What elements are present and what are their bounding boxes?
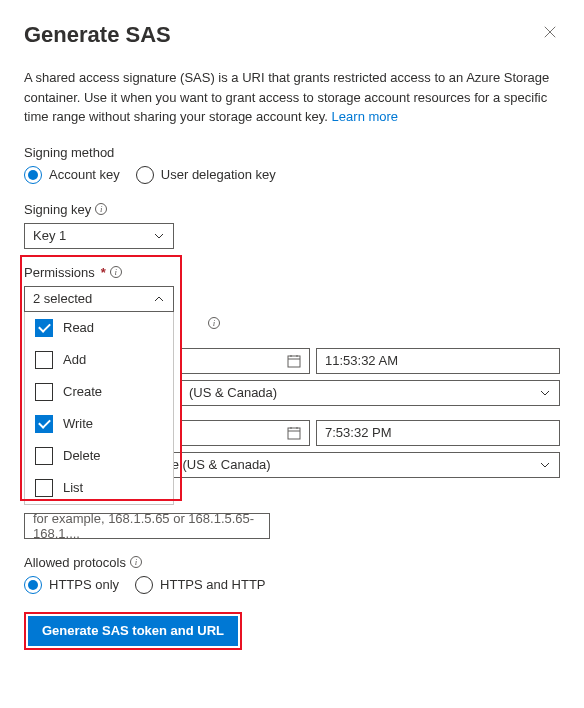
start-time-value: 11:53:32 AM <box>325 353 398 368</box>
permissions-value: 2 selected <box>33 291 92 306</box>
radio-icon <box>24 576 42 594</box>
expiry-date-input[interactable] <box>180 420 310 446</box>
start-time-input[interactable]: 11:53:32 AM <box>316 348 560 374</box>
allowed-ip-placeholder: for example, 168.1.5.65 or 168.1.5.65-16… <box>33 511 261 541</box>
permission-option-list[interactable]: List <box>25 472 173 504</box>
info-icon[interactable]: i <box>110 266 122 278</box>
page-title: Generate SAS <box>24 22 171 48</box>
option-label: Write <box>63 416 93 431</box>
checkbox-icon <box>35 383 53 401</box>
option-label: Add <box>63 352 86 367</box>
info-icon[interactable]: i <box>208 317 220 329</box>
expiry-time-input[interactable]: 7:53:32 PM <box>316 420 560 446</box>
radio-label-user-delegation: User delegation key <box>161 167 276 182</box>
svg-rect-4 <box>288 428 300 439</box>
description-body: A shared access signature (SAS) is a URI… <box>24 70 549 124</box>
description-text: A shared access signature (SAS) is a URI… <box>24 68 560 127</box>
expiry-time-value: 7:53:32 PM <box>325 425 392 440</box>
start-timezone-select[interactable]: (US & Canada) <box>180 380 560 406</box>
calendar-icon <box>287 354 301 368</box>
permission-option-create[interactable]: Create <box>25 376 173 408</box>
signing-key-value: Key 1 <box>33 228 66 243</box>
permissions-select[interactable]: 2 selected <box>24 286 174 312</box>
radio-label-https-only: HTTPS only <box>49 577 119 592</box>
generate-sas-button[interactable]: Generate SAS token and URL <box>28 616 238 646</box>
radio-icon <box>24 166 42 184</box>
chevron-down-icon <box>539 459 551 471</box>
checkbox-icon <box>35 447 53 465</box>
chevron-down-icon <box>153 230 165 242</box>
permission-option-add[interactable]: Add <box>25 344 173 376</box>
info-icon[interactable]: i <box>130 556 142 568</box>
radio-account-key[interactable]: Account key <box>24 166 120 184</box>
signing-method-label: Signing method <box>24 145 560 160</box>
chevron-down-icon <box>539 387 551 399</box>
close-icon <box>543 25 557 39</box>
permissions-label: Permissions <box>24 265 95 280</box>
radio-https-only[interactable]: HTTPS only <box>24 576 119 594</box>
option-label: Read <box>63 320 94 335</box>
permission-option-delete[interactable]: Delete <box>25 440 173 472</box>
close-button[interactable] <box>540 22 560 42</box>
calendar-icon <box>287 426 301 440</box>
start-date-input[interactable] <box>180 348 310 374</box>
option-label: List <box>63 480 83 495</box>
permission-option-write[interactable]: Write <box>25 408 173 440</box>
option-label: Create <box>63 384 102 399</box>
option-label: Delete <box>63 448 101 463</box>
radio-label-account-key: Account key <box>49 167 120 182</box>
info-icon[interactable]: i <box>95 203 107 215</box>
allowed-ip-input[interactable]: for example, 168.1.5.65 or 168.1.5.65-16… <box>24 513 270 539</box>
permissions-dropdown-menu: Read Add Create Write Delete List <box>24 312 174 505</box>
radio-user-delegation[interactable]: User delegation key <box>136 166 276 184</box>
chevron-up-icon <box>153 293 165 305</box>
start-timezone-value: (US & Canada) <box>189 385 277 400</box>
radio-label-https-http: HTTPS and HTTP <box>160 577 265 592</box>
radio-icon <box>136 166 154 184</box>
checkbox-icon <box>35 351 53 369</box>
permission-option-read[interactable]: Read <box>25 312 173 344</box>
signing-key-select[interactable]: Key 1 <box>24 223 174 249</box>
radio-icon <box>135 576 153 594</box>
signing-key-label: Signing key <box>24 202 91 217</box>
radio-https-and-http[interactable]: HTTPS and HTTP <box>135 576 265 594</box>
checkbox-icon <box>35 415 53 433</box>
allowed-protocols-label: Allowed protocols <box>24 555 126 570</box>
highlight-generate-button: Generate SAS token and URL <box>24 612 242 650</box>
learn-more-link[interactable]: Learn more <box>332 109 398 124</box>
required-indicator: * <box>101 265 106 280</box>
svg-rect-0 <box>288 356 300 367</box>
checkbox-icon <box>35 319 53 337</box>
checkbox-icon <box>35 479 53 497</box>
